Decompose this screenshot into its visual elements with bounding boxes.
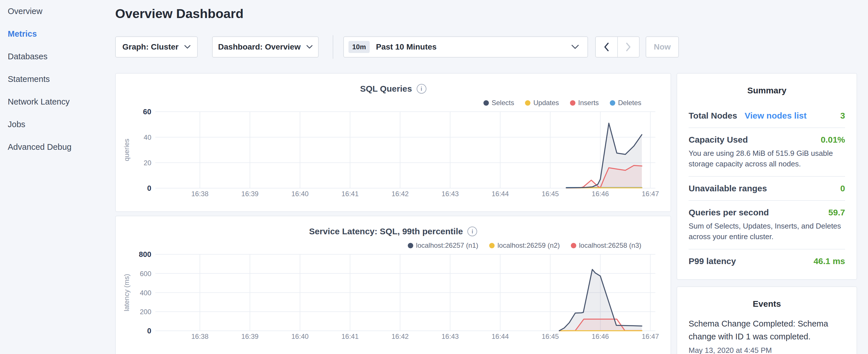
chevron-right-icon	[626, 42, 631, 52]
toolbar: Graph: Cluster Dashboard: Overview 10m P…	[115, 36, 688, 58]
summary-row-label: Queries per second	[689, 207, 769, 217]
svg-text:16:42: 16:42	[392, 332, 409, 340]
dashboard-dropdown-label: Dashboard: Overview	[218, 42, 301, 52]
graph-dropdown-label: Graph: Cluster	[122, 42, 179, 52]
sidebar-item-statements[interactable]: Statements	[0, 68, 115, 91]
summary-row-label: Capacity Used	[689, 135, 748, 144]
svg-text:800: 800	[139, 250, 151, 259]
next-range-button[interactable]	[617, 37, 639, 57]
summary-row-value: 59.7	[829, 207, 845, 217]
sidebar: OverviewMetricsDatabasesStatementsNetwor…	[0, 0, 115, 354]
svg-text:0: 0	[147, 184, 151, 192]
svg-text:latency (ms): latency (ms)	[123, 274, 130, 311]
view-nodes-list-link[interactable]: View nodes list	[744, 111, 806, 121]
summary-row-description: You are using 28.6 MiB of 515.9 GiB usab…	[689, 148, 845, 169]
svg-text:60: 60	[143, 107, 151, 116]
svg-text:40: 40	[144, 133, 151, 141]
summary-row-value: 0	[840, 184, 845, 193]
main-content: Overview Dashboard Graph: Cluster Dashbo…	[115, 0, 671, 354]
svg-text:16:44: 16:44	[492, 190, 509, 198]
sidebar-item-databases[interactable]: Databases	[0, 45, 115, 68]
page-title: Overview Dashboard	[115, 6, 244, 21]
svg-text:16:47: 16:47	[642, 190, 659, 198]
app-root: OverviewMetricsDatabasesStatementsNetwor…	[0, 0, 868, 354]
summary-row-label: P99 latency	[689, 256, 736, 266]
svg-text:0: 0	[147, 326, 151, 335]
service-latency-chart-panel: Service Latency: SQL, 99th percentile i …	[115, 216, 671, 354]
summary-row: Total NodesView nodes list3	[689, 104, 845, 128]
svg-text:16:47: 16:47	[642, 332, 659, 340]
time-range-label: Past 10 Minutes	[376, 42, 437, 52]
summary-row: Unavailable ranges0	[689, 177, 845, 201]
svg-text:16:44: 16:44	[492, 332, 509, 340]
svg-text:16:40: 16:40	[291, 332, 309, 340]
sql-queries-chart-panel: SQL Queries i SelectsUpdatesInsertsDelet…	[115, 73, 671, 212]
time-range-badge: 10m	[348, 41, 370, 53]
svg-text:16:39: 16:39	[241, 332, 258, 340]
event-message: Schema Change Completed: Schema change w…	[689, 317, 845, 343]
summary-row-value: 3	[840, 111, 845, 121]
events-list: Schema Change Completed: Schema change w…	[689, 317, 845, 354]
svg-text:16:45: 16:45	[541, 332, 559, 340]
summary-title: Summary	[689, 86, 845, 95]
summary-row-label: Unavailable ranges	[689, 184, 767, 193]
sidebar-item-network-latency[interactable]: Network Latency	[0, 91, 115, 113]
chevron-down-icon	[306, 45, 313, 49]
toolbar-divider	[333, 35, 333, 59]
svg-text:16:46: 16:46	[592, 332, 609, 340]
dashboard-dropdown[interactable]: Dashboard: Overview	[212, 36, 319, 58]
now-button[interactable]: Now	[646, 36, 679, 58]
svg-text:16:39: 16:39	[241, 190, 258, 198]
summary-row-label: Total Nodes	[689, 111, 737, 121]
summary-row-description: Sum of Selects, Updates, Inserts, and De…	[689, 221, 845, 242]
svg-text:16:46: 16:46	[592, 190, 609, 198]
summary-row-value: 46.1 ms	[813, 256, 845, 266]
sql-queries-chart: 020406016:3816:3916:4016:4116:4216:4316:…	[116, 74, 671, 212]
svg-text:16:43: 16:43	[442, 332, 459, 340]
sidebar-item-overview[interactable]: Overview	[0, 0, 115, 23]
svg-text:600: 600	[140, 270, 151, 278]
svg-text:400: 400	[140, 289, 151, 297]
svg-text:16:42: 16:42	[392, 190, 409, 198]
svg-text:queries: queries	[123, 139, 130, 161]
summary-row-value: 0.01%	[821, 135, 845, 144]
svg-text:16:41: 16:41	[341, 190, 359, 198]
svg-text:16:40: 16:40	[291, 190, 309, 198]
svg-text:16:38: 16:38	[191, 332, 208, 340]
chevron-left-icon	[603, 42, 609, 52]
svg-text:16:38: 16:38	[191, 190, 208, 198]
svg-text:16:43: 16:43	[442, 190, 459, 198]
summary-rows: Total NodesView nodes list3Capacity Used…	[689, 104, 845, 273]
events-panel: Events Schema Change Completed: Schema c…	[677, 286, 857, 354]
summary-row: P99 latency46.1 ms	[689, 250, 845, 273]
summary-panel: Summary Total NodesView nodes list3Capac…	[677, 73, 857, 280]
chevron-down-icon	[184, 45, 191, 49]
service-latency-chart: 020040060080016:3816:3916:4016:4116:4216…	[116, 216, 671, 354]
svg-text:16:41: 16:41	[341, 332, 359, 340]
event-timestamp: May 13, 2020 at 4:45 PM	[689, 346, 845, 354]
summary-row: Queries per second59.7Sum of Selects, Up…	[689, 201, 845, 250]
svg-text:16:45: 16:45	[541, 190, 559, 198]
prev-range-button[interactable]	[596, 37, 617, 57]
chevron-down-icon	[571, 45, 579, 49]
time-range-dropdown[interactable]: 10m Past 10 Minutes	[343, 36, 588, 58]
sidebar-item-jobs[interactable]: Jobs	[0, 113, 115, 136]
events-title: Events	[689, 299, 845, 309]
sidebar-item-advanced-debug[interactable]: Advanced Debug	[0, 136, 115, 158]
time-range-pager	[595, 36, 640, 58]
summary-row: Capacity Used0.01%You are using 28.6 MiB…	[689, 128, 845, 177]
sidebar-item-metrics[interactable]: Metrics	[0, 23, 115, 45]
svg-text:20: 20	[144, 159, 151, 167]
svg-text:200: 200	[140, 308, 151, 316]
graph-dropdown[interactable]: Graph: Cluster	[115, 36, 198, 58]
